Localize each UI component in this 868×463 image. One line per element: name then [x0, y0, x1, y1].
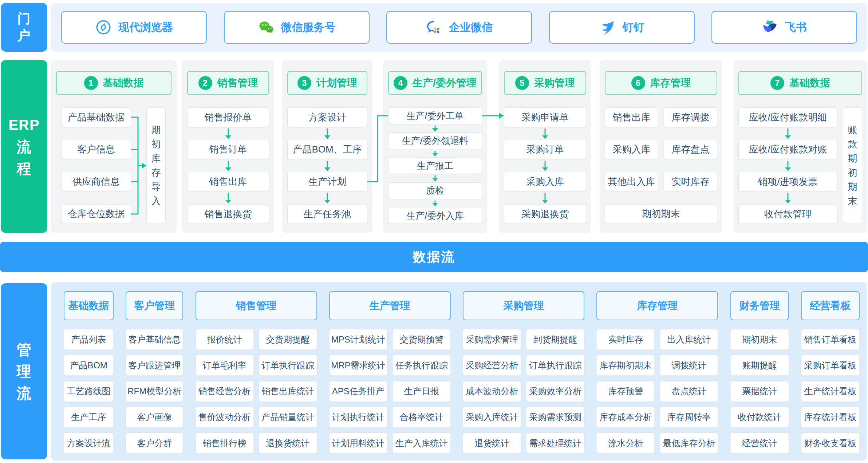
mgmt-item-box: 交货期提醒 — [259, 329, 317, 350]
mgmt-group-header: 客户管理 — [126, 291, 183, 320]
sidebar-portal: 门户 — [1, 3, 47, 52]
erp-column-3: 3计划管理方案设计产品BOM、工序生产计划生产任务池 — [282, 60, 372, 233]
mgmt-column: 出入库统计调拨统计盘点统计库存周转率最低库存分析 — [660, 329, 718, 454]
mgmt-column: 期初期末账期提醒票据统计收付款统计经营统计 — [730, 329, 789, 454]
mgmt-item-box: MPS计划统计 — [329, 329, 387, 350]
side-label-line: 流 — [17, 382, 32, 404]
mgmt-item-box: 生产统计看板 — [801, 381, 860, 402]
mgmt-item-box: 出入库统计 — [660, 329, 718, 350]
portal-item-wechat: 微信服务号 — [224, 11, 370, 44]
merge-connector-lines — [131, 107, 146, 225]
arrow-down-icon — [504, 127, 586, 140]
mgmt-item-box: 报价统计 — [196, 329, 254, 350]
mgmt-item-box: 产品列表 — [64, 329, 114, 350]
portal-item-browser: 现代浏览器 — [61, 11, 207, 44]
erp-architecture-diagram: 门户 现代浏览器微信服务号企业微信钉钉飞书 ERP流程 1基础数据产品基础数据客… — [0, 0, 868, 463]
mgmt-item-box: 调拨统计 — [660, 355, 718, 376]
mgmt-group-body: 期初期末账期提醒票据统计收付款统计经营统计 — [730, 329, 789, 454]
erp-step-box: 采购退换货 — [504, 204, 586, 224]
mgmt-item-box: 采购需求预测 — [526, 407, 584, 428]
portal-item-label: 微信服务号 — [281, 20, 336, 35]
erp-step-box: 采购入库 — [504, 172, 586, 191]
sidebar-mgmt-flow: 管理流 — [1, 283, 47, 459]
erp-step-box: 其他出入库 — [605, 172, 658, 191]
mgmt-item-box: 任务执行跟踪 — [392, 355, 451, 376]
mgmt-item-box: 收付款统计 — [730, 407, 789, 428]
mgmt-item-box: 财务收支看板 — [801, 433, 860, 454]
mgmt-item-box: 订单执行跟踪 — [259, 355, 317, 376]
wechat-icon — [258, 19, 275, 36]
erp-grid-row: 采购入库库存盘点 — [605, 140, 717, 159]
mgmt-item-box: 交货期预警 — [392, 329, 451, 350]
erp-column-title: 基础数据 — [789, 76, 830, 90]
erp-step-box: 生产/委外工单 — [388, 107, 482, 124]
mgmt-item-box: 工艺路线图 — [64, 381, 114, 402]
erp-flow-area: 方案设计产品BOM、工序生产计划生产任务池 — [287, 107, 367, 224]
erp-flow-area: 采购申请单采购订单采购入库采购退换货 — [504, 107, 586, 224]
mgmt-item-box: 采购经营分析 — [463, 355, 521, 376]
erp-flow-area: 产品基础数据客户信息供应商信息仓库仓位数据期初库存导入 — [61, 107, 166, 224]
erp-column-title: 计划管理 — [316, 76, 357, 90]
erp-step-box: 生产/委外领退料 — [388, 132, 482, 149]
erp-step-box: 应收/应付账款明细 — [738, 107, 837, 127]
sidebar-erp-flow: ERP流程 — [1, 60, 47, 233]
mgmt-item-box: 期初期末 — [730, 329, 789, 350]
mgmt-group: 基础数据产品列表产品BOM工艺路线图生产工序方案设计流 — [64, 291, 114, 454]
mgmt-item-box: 客户跟进管理 — [126, 355, 183, 376]
step-number-badge: 1 — [84, 76, 98, 90]
mgmt-group-header: 基础数据 — [64, 291, 114, 320]
erp-column-1: 1基础数据产品基础数据客户信息供应商信息仓库仓位数据期初库存导入 — [51, 60, 177, 233]
erp-step-box: 库存调拨 — [664, 107, 717, 127]
mgmt-group-header: 采购管理 — [463, 291, 584, 320]
mgmt-panel: 基础数据产品列表产品BOM工艺路线图生产工序方案设计流客户管理客户基础信息客户跟… — [51, 282, 867, 460]
dingtalk-icon — [599, 19, 616, 36]
mgmt-item-box: 订单毛利率 — [196, 355, 254, 376]
mgmt-item-box: APS任务排产 — [329, 381, 387, 402]
portal-item-wecom: 企业微信 — [386, 11, 532, 44]
erp-grid-row: 期初期末 — [605, 204, 717, 224]
mgmt-item-box: 合格率统计 — [392, 407, 451, 428]
erp-column-5: 5采购管理采购申请单采购订单采购入库采购退换货 — [499, 60, 591, 233]
arrow-down-icon — [738, 159, 837, 172]
mgmt-item-box: 销售经营分析 — [196, 381, 254, 402]
mgmt-column: 采购需求管理采购经营分析成本波动分析采购入库统计退货统计 — [463, 329, 521, 454]
mgmt-item-box: 需求处理统计 — [526, 433, 584, 454]
erp-step-box: 采购申请单 — [504, 107, 586, 127]
mgmt-item-box: 客户画像 — [126, 407, 183, 428]
erp-column-2: 2销售管理销售报价单销售订单销售出库销售退换货 — [182, 60, 274, 233]
erp-column-title: 销售管理 — [217, 76, 258, 90]
side-label-line: 户 — [17, 27, 31, 44]
mgmt-group-body: 采购需求管理采购经营分析成本波动分析采购入库统计退货统计到货期提醒订单执行跟踪采… — [463, 329, 584, 454]
mgmt-group: 销售管理报价统计订单毛利率销售经营分析售价波动分析销售排行榜交货期提醒订单执行跟… — [196, 291, 317, 454]
erp-step-box: 销售出库 — [187, 172, 269, 191]
arrow-down-icon — [287, 159, 367, 172]
erp-column-title: 库存管理 — [650, 76, 691, 90]
erp-step-box: 供应商信息 — [61, 172, 131, 191]
step-number-badge: 5 — [515, 76, 529, 90]
mgmt-group-body: 客户基础信息客户跟进管理RFM模型分析客户画像客户分群 — [126, 329, 183, 454]
arrow-down-icon — [738, 191, 837, 204]
erp-step-box: 方案设计 — [287, 107, 367, 127]
erp-flow-area: 生产/委外工单生产/委外领退料生产报工质检生产/委外入库 — [388, 107, 482, 224]
erp-grid-row: 销售出库库存调拨 — [605, 107, 717, 127]
dataflow-label: 数据流 — [413, 248, 455, 266]
mgmt-item-box: 库存期初期末 — [596, 355, 655, 376]
mgmt-item-box: 销售订单看板 — [801, 329, 860, 350]
erp-step-box: 产品BOM、工序 — [287, 140, 367, 159]
mgmt-group-header: 生产管理 — [329, 291, 451, 320]
mgmt-group: 经营看板销售订单看板采购订单看板生产统计看板库存统计看板财务收支看板 — [801, 291, 860, 454]
erp-step-box: 生产报工 — [388, 157, 482, 174]
mgmt-group-header: 经营看板 — [801, 291, 860, 320]
erp-side-vertical-box: 账款期初期末 — [843, 107, 862, 224]
mgmt-group-body: 报价统计订单毛利率销售经营分析售价波动分析销售排行榜交货期提醒订单执行跟踪销售出… — [196, 329, 317, 454]
mgmt-group-header: 财务管理 — [730, 291, 789, 320]
mgmt-column: 产品列表产品BOM工艺路线图生产工序方案设计流 — [64, 329, 114, 454]
browser-icon — [95, 19, 112, 36]
side-label-line: 门 — [17, 10, 31, 27]
erp-step-box: 客户信息 — [61, 140, 131, 159]
mgmt-item-box: 库存成本分析 — [596, 407, 655, 428]
erp-step-box: 生产任务池 — [287, 204, 367, 224]
mgmt-item-box: 经营统计 — [730, 433, 789, 454]
erp-step-box: 生产计划 — [287, 172, 367, 191]
portal-item-label: 现代浏览器 — [118, 20, 173, 35]
